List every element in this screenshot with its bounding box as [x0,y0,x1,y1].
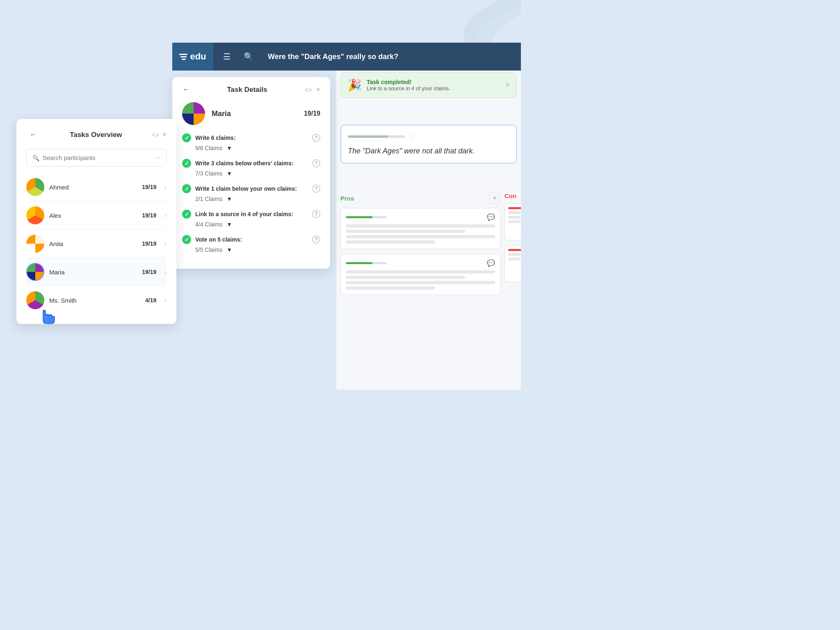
tasks-overview-panel: ← Tasks Overview <> × 🔍 ··· Ahmed 19/19 … [16,119,176,324]
claim-card-bar: 💬 [346,259,495,267]
cons-line [508,216,520,219]
td-back-button[interactable]: ← [182,85,189,94]
participant-item-ahmed[interactable]: Ahmed 19/19 › [26,173,167,201]
task-item-header: Write 1 claim below your own claims: ? [182,184,320,193]
task-item-header: Vote on 5 claims: ? [182,235,320,244]
task-label: Vote on 5 claims: [195,236,308,243]
heart-icon[interactable]: ♡ [409,132,416,141]
task-count: 7/3 Claims [195,170,222,177]
task-details-header: ← Task Details <> × [182,85,320,94]
card-line [346,281,495,284]
card-progress [346,216,387,218]
check-icon [182,184,191,193]
participant-name: Ahmed [49,184,137,191]
chevron-right-icon: › [164,269,167,275]
task-item-detail: 5/5 Claims ▼ [195,247,320,253]
notification-close-button[interactable]: × [505,81,510,89]
card-line [346,270,495,274]
close-button[interactable]: × [162,130,167,139]
cons-line [508,253,520,256]
task-item-4: Link to a source in 4 of your claims: ? … [182,210,320,228]
cons-card-1 [504,203,521,240]
participant-item-alex[interactable]: Alex 19/19 › [26,201,167,230]
card-line [346,230,465,233]
search-input[interactable] [43,154,151,161]
td-user-name: Maria [212,110,297,118]
card-line [346,286,435,290]
card-line [346,224,495,228]
participant-score: 19/19 [142,269,156,275]
check-icon [182,133,191,142]
td-user-score: 19/19 [304,110,320,117]
comment-icon[interactable]: 💬 [487,213,495,221]
cons-line [508,258,520,260]
back-button[interactable]: ← [26,129,40,141]
search-icon[interactable]: 🔍 [240,48,257,65]
pros-header: Pros + [340,192,504,204]
add-pro-button[interactable]: + [489,192,500,204]
card-progress [346,262,387,264]
top-navbar: edu ☰ 🔍 Were the "Dark Ages" really so d… [172,43,521,71]
task-item-header: Write 3 claims below others' claims: ? [182,159,320,168]
chevron-right-icon: › [164,212,167,219]
task-details-panel: ← Task Details <> × Maria 19/19 Write 6 … [172,77,330,269]
card-line [346,235,495,238]
panel-header: ← Tasks Overview <> × [26,129,167,141]
pros-column: Pros + 💬 [340,192,504,300]
td-close-button[interactable]: × [316,85,320,94]
td-user-row: Maria 19/19 [182,102,320,125]
dropdown-arrow-icon[interactable]: ▼ [226,145,232,151]
participant-name: Maria [49,269,137,276]
notification-description: Link to a source in 4 of your claims. [367,85,450,91]
task-label: Link to a source in 4 of your claims: [195,211,308,217]
dropdown-arrow-icon[interactable]: ▼ [226,221,232,228]
logo-area[interactable]: edu [172,43,213,71]
cons-line [508,211,520,214]
help-icon[interactable]: ? [312,134,320,142]
help-icon[interactable]: ? [312,235,320,244]
td-code-button[interactable]: <> [305,86,312,93]
claim-card-2: 💬 [340,254,500,295]
participant-name: Alex [49,212,137,219]
participant-item-anita[interactable]: Anita 19/19 › [26,230,167,258]
claim-progress-fill [348,135,388,138]
progress-fill [346,216,372,218]
dropdown-arrow-icon[interactable]: ▼ [226,247,232,253]
comment-icon[interactable]: 💬 [487,259,495,267]
help-icon[interactable]: ? [312,210,320,218]
participant-item-maria[interactable]: Maria 19/19 › [26,258,167,286]
search-bar: 🔍 ··· [26,149,167,167]
main-content: 🎉 Task completed! Link to a source in 4 … [336,43,521,390]
task-count: 2/1 Claims [195,196,222,202]
logo: edu [179,51,206,62]
search-icon: 🔍 [32,155,39,161]
pros-title: Pros [340,195,354,202]
participant-item-ms-smith[interactable]: Ms. Smith 4/19 › [26,286,167,314]
code-button[interactable]: <> [152,131,159,138]
notification-title: Task completed! [367,79,450,85]
check-icon [182,210,191,219]
dropdown-arrow-icon[interactable]: ▼ [226,196,232,202]
help-icon[interactable]: ? [312,159,320,167]
participant-score: 4/19 [145,297,156,304]
card-lines [346,270,495,290]
logo-text: edu [190,51,206,62]
claim-bar: ♡ [348,132,509,141]
check-icon [182,159,191,168]
help-icon[interactable]: ? [312,185,320,193]
dropdown-arrow-icon[interactable]: ▼ [226,170,232,177]
cons-header: Con [504,192,521,199]
task-label: Write 6 claims: [195,135,308,141]
claim-card-bar: 💬 [346,213,495,221]
avatar-ms-smith [26,291,44,309]
task-item-header: Write 6 claims: ? [182,133,320,142]
task-item-detail: 4/4 Claims ▼ [195,221,320,228]
task-item-detail: 7/3 Claims ▼ [195,170,320,177]
task-item-header: Link to a source in 4 of your claims: ? [182,210,320,219]
task-label: Write 3 claims below others' claims: [195,160,308,167]
more-options-button[interactable]: ··· [154,153,160,162]
card-line [346,276,465,279]
card-lines [346,224,495,244]
task-item-3: Write 1 claim below your own claims: ? 2… [182,184,320,202]
hamburger-icon[interactable]: ☰ [220,48,234,65]
